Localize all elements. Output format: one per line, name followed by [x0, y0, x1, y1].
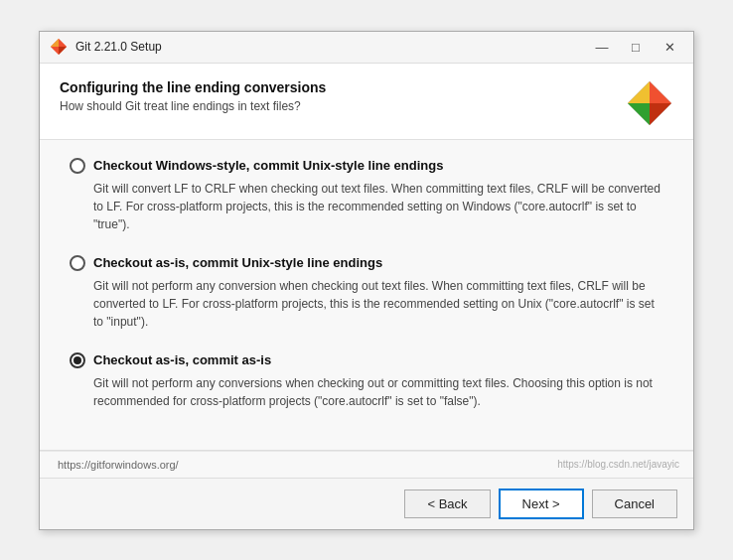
- svg-marker-3: [59, 47, 67, 55]
- setup-window: Git 2.21.0 Setup — □ ✕ Configuring the l…: [39, 31, 694, 530]
- option3-radio[interactable]: [70, 352, 85, 368]
- window-controls: — □ ✕: [588, 37, 683, 57]
- window-title: Git 2.21.0 Setup: [75, 40, 588, 54]
- next-button[interactable]: Next >: [499, 489, 584, 519]
- close-button[interactable]: ✕: [656, 37, 683, 57]
- footer-watermark: https://blog.csdn.net/javayic: [557, 459, 685, 470]
- footer-buttons: < Back Next > Cancel: [40, 478, 693, 529]
- restore-button[interactable]: □: [622, 37, 650, 57]
- cancel-button[interactable]: Cancel: [592, 490, 677, 518]
- option2-title: Checkout as-is, commit Unix-style line e…: [93, 255, 382, 270]
- svg-marker-2: [51, 39, 59, 47]
- option3-desc: Git will not perform any conversions whe…: [93, 374, 663, 410]
- option2-radio[interactable]: [70, 255, 85, 271]
- option3-title: Checkout as-is, commit as-is: [93, 352, 271, 367]
- page-subtitle: How should Git treat line endings in tex…: [60, 99, 326, 113]
- titlebar: Git 2.21.0 Setup — □ ✕: [40, 32, 693, 64]
- option-checkout-asis-commit-asis: Checkout as-is, commit as-is Git will no…: [70, 352, 663, 410]
- svg-marker-1: [59, 39, 67, 47]
- option3-label[interactable]: Checkout as-is, commit as-is: [70, 352, 663, 368]
- git-logo-icon: [626, 79, 673, 127]
- page-title: Configuring the line ending conversions: [60, 79, 326, 95]
- option-checkout-asis-commit-unix: Checkout as-is, commit Unix-style line e…: [70, 255, 663, 331]
- option1-label[interactable]: Checkout Windows-style, commit Unix-styl…: [70, 158, 663, 174]
- options-content: Checkout Windows-style, commit Unix-styl…: [40, 140, 693, 451]
- header-text: Configuring the line ending conversions …: [60, 79, 326, 113]
- option2-desc: Git will not perform any conversion when…: [93, 277, 663, 331]
- option1-radio[interactable]: [70, 158, 85, 174]
- page-header: Configuring the line ending conversions …: [40, 64, 693, 140]
- option-windows-style: Checkout Windows-style, commit Unix-styl…: [70, 158, 663, 233]
- option1-title: Checkout Windows-style, commit Unix-styl…: [93, 158, 443, 173]
- footer-url: https://gitforwindows.org/: [48, 455, 189, 475]
- minimize-button[interactable]: —: [588, 37, 616, 57]
- back-button[interactable]: < Back: [404, 490, 490, 518]
- svg-marker-4: [51, 47, 59, 55]
- option2-label[interactable]: Checkout as-is, commit Unix-style line e…: [70, 255, 663, 271]
- git-titlebar-icon: [50, 38, 68, 56]
- option1-desc: Git will convert LF to CRLF when checkin…: [93, 180, 663, 233]
